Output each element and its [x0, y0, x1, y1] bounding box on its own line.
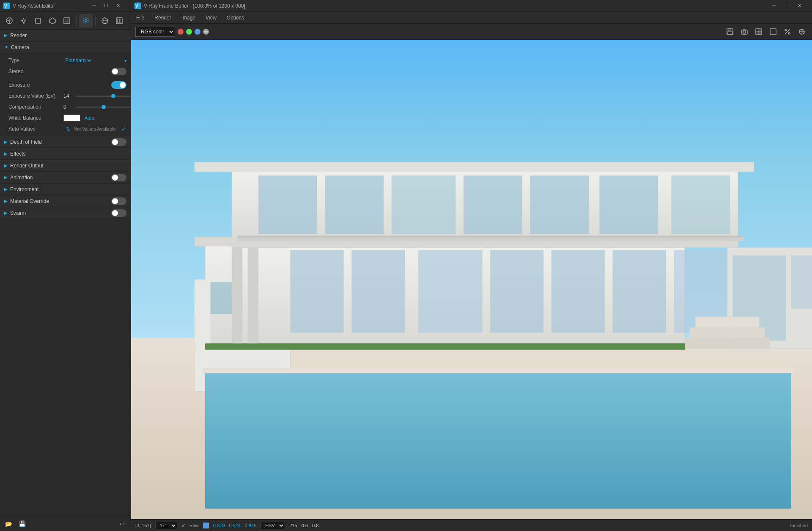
toolbar-settings-btn[interactable]: [79, 14, 93, 27]
toolbar-objects-btn[interactable]: [31, 14, 45, 27]
svg-text:V: V: [135, 4, 138, 8]
auto-values-refresh-btn[interactable]: ↻: [66, 126, 71, 132]
render-section-label: Render: [10, 33, 126, 38]
material-override-toggle[interactable]: [111, 197, 126, 205]
material-override-section-label: Material Override: [10, 198, 111, 204]
white-balance-swatch[interactable]: [63, 115, 80, 121]
asset-editor-title: V-Ray Asset Editor: [13, 3, 85, 9]
type-dropdown-icon: ▾: [124, 58, 126, 63]
fb-camera-btn[interactable]: [738, 26, 750, 38]
svg-rect-13: [118, 19, 119, 22]
material-override-arrow-icon: ▶: [4, 199, 8, 203]
minimize-button[interactable]: ─: [88, 1, 100, 10]
toolbar-sep-1: [76, 16, 77, 26]
toolbar-view2-btn[interactable]: [112, 14, 126, 27]
render-section-header[interactable]: ▶ Render: [0, 30, 131, 41]
frame-buffer-statusbar: [3, 151] 1x1 3x3 5x5 ↙ Raw 0.310 0.524 0…: [131, 519, 812, 531]
effects-section-header[interactable]: ▶ Effects: [0, 148, 131, 160]
menu-file[interactable]: File: [134, 15, 146, 21]
animation-toggle[interactable]: [111, 174, 126, 181]
menu-image[interactable]: Image: [180, 15, 197, 21]
fb-lut-btn[interactable]: [782, 26, 793, 38]
alpha-channel-btn[interactable]: [203, 29, 209, 35]
frame-buffer-winbtns: ─ ☐ ✕: [765, 0, 809, 12]
render-image: [131, 40, 812, 519]
white-balance-auto-btn[interactable]: Auto: [83, 115, 96, 120]
svg-marker-6: [49, 18, 55, 24]
dof-toggle[interactable]: [111, 138, 126, 146]
svg-point-28: [785, 29, 787, 31]
asset-editor-panel: V V-Ray Asset Editor ─ ☐ ✕: [0, 0, 131, 531]
toolbar-materials-btn[interactable]: [46, 14, 59, 27]
dof-arrow-icon: ▶: [4, 140, 8, 144]
sample-select[interactable]: 1x1 3x3 5x5: [155, 522, 177, 529]
environment-section-header[interactable]: ▶ Environment: [0, 183, 131, 195]
render-output-section-header[interactable]: ▶ Render Output: [0, 160, 131, 172]
exposure-ev-label: Exposure Value (EV): [8, 93, 63, 99]
asset-editor-winbtns: ─ ☐ ✕: [85, 0, 127, 12]
svg-rect-22: [756, 29, 762, 35]
exposure-ev-row: Exposure Value (EV) 14 Auto: [0, 90, 131, 101]
svg-rect-42: [490, 250, 543, 333]
save-file-btn[interactable]: 💾: [17, 519, 27, 529]
camera-section-content: Type Standard Physical VR ▾ Stereo: [0, 53, 131, 136]
green-channel-btn[interactable]: [186, 29, 192, 35]
dof-section-header[interactable]: ▶ Depth of Field: [0, 136, 131, 148]
fb-minimize-button[interactable]: ─: [768, 1, 780, 10]
fb-close-button[interactable]: ✕: [793, 1, 805, 10]
svg-rect-7: [64, 18, 70, 24]
auto-values-check-icon: ✓: [121, 126, 126, 132]
g-value: 0.524: [229, 523, 241, 528]
menu-render[interactable]: Render: [153, 15, 173, 21]
material-override-section-header[interactable]: ▶ Material Override: [0, 195, 131, 207]
exposure-toggle[interactable]: [111, 81, 126, 89]
color-swatch: [203, 523, 209, 528]
maximize-button[interactable]: ☐: [100, 1, 112, 10]
type-label: Type: [8, 57, 63, 63]
animation-arrow-icon: ▶: [4, 175, 8, 180]
fb-view-btn[interactable]: [767, 26, 779, 38]
asset-editor-titlebar: V V-Ray Asset Editor ─ ☐ ✕: [0, 0, 131, 12]
svg-point-21: [743, 31, 746, 33]
fb-exposure-btn[interactable]: [796, 26, 808, 38]
reset-btn[interactable]: ↩: [117, 519, 127, 529]
hsv-select[interactable]: HSV HSL RGB: [261, 522, 285, 529]
svg-rect-5: [36, 18, 41, 23]
camera-section-header[interactable]: ▼ Camera: [0, 41, 131, 53]
svg-rect-27: [770, 29, 776, 35]
auto-values-label: Auto Values: [8, 126, 63, 132]
toolbar-view1-btn[interactable]: [98, 14, 112, 27]
compensation-slider[interactable]: [76, 107, 131, 108]
type-select[interactable]: Standard Physical VR: [63, 57, 93, 64]
blue-channel-btn[interactable]: [195, 29, 200, 35]
type-value-container: Standard Physical VR: [63, 57, 124, 64]
stereo-toggle[interactable]: [111, 68, 126, 75]
finished-text: Finished: [790, 523, 808, 528]
menu-view[interactable]: View: [204, 15, 218, 21]
channel-select[interactable]: RGB color Alpha Depth: [135, 27, 175, 37]
open-file-btn[interactable]: 📂: [3, 519, 14, 529]
compensation-value-container: 0: [63, 104, 131, 110]
coords-display: [3, 151]: [135, 523, 151, 528]
white-balance-label: White Balance: [8, 115, 63, 121]
svg-rect-57: [791, 255, 812, 309]
type-row: Type Standard Physical VR ▾: [0, 55, 131, 66]
not-available-text: Not Values Available: [74, 126, 119, 131]
exposure-ev-slider[interactable]: [76, 96, 131, 97]
fb-maximize-button[interactable]: ☐: [781, 1, 793, 10]
fb-save-btn[interactable]: [724, 26, 736, 38]
svg-rect-14: [120, 19, 121, 22]
toolbar-lights-btn[interactable]: [17, 14, 30, 27]
swarm-toggle[interactable]: [111, 209, 126, 217]
close-button[interactable]: ✕: [112, 1, 124, 10]
svg-rect-39: [291, 250, 344, 333]
swarm-section-header[interactable]: ▶ Swarm: [0, 207, 131, 219]
fb-grid-btn[interactable]: [753, 26, 765, 38]
toolbar-textures-btn[interactable]: [60, 14, 74, 27]
toolbar-render-btn[interactable]: [3, 14, 16, 27]
red-channel-btn[interactable]: [178, 29, 184, 35]
frame-buffer-titlebar: V V-Ray Frame Buffer - [100.0% of 1200 x…: [131, 0, 812, 12]
animation-section-header[interactable]: ▶ Animation: [0, 172, 131, 183]
effects-arrow-icon: ▶: [4, 151, 8, 156]
menu-options[interactable]: Options: [225, 15, 246, 21]
